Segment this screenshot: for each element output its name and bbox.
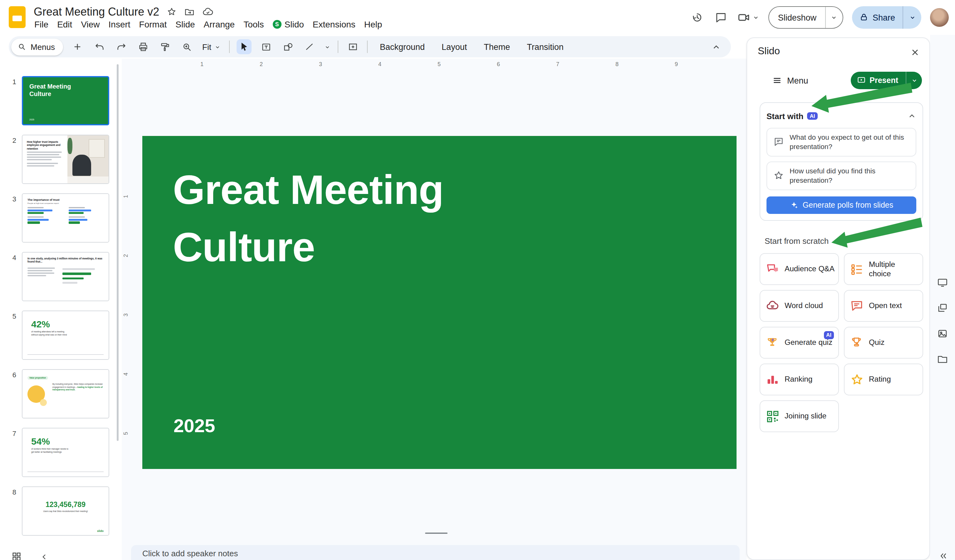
document-title[interactable]: Great Meeting Culture v2: [34, 5, 159, 19]
copies-icon[interactable]: [937, 303, 948, 314]
toolbar-collapse-button[interactable]: [708, 39, 723, 54]
slideshow-button[interactable]: Slideshow: [769, 6, 843, 29]
chevron-up-icon[interactable]: [908, 112, 916, 120]
notes-resize-handle[interactable]: [425, 533, 448, 534]
editing-canvas[interactable]: 1 2 3 4 5 6 7 8 9 1 2 3 4 5 Great Meetin…: [122, 59, 747, 560]
menu-format[interactable]: Format: [135, 18, 171, 31]
option-word-cloud[interactable]: Word cloud: [759, 290, 839, 322]
menu-insert[interactable]: Insert: [104, 18, 135, 31]
present-dropdown[interactable]: [906, 72, 922, 89]
share-button[interactable]: Share: [852, 6, 921, 29]
thumb-caption: of meeting attendees left a meeting with…: [22, 329, 71, 336]
menu-file[interactable]: File: [30, 18, 53, 31]
insert-placeholder-tool[interactable]: [346, 39, 360, 54]
video-camera-icon: [737, 11, 751, 24]
close-icon[interactable]: [908, 45, 922, 59]
open-text-icon: [850, 299, 864, 313]
monitor-icon[interactable]: [937, 277, 948, 288]
share-dropdown[interactable]: [903, 6, 921, 29]
menu-slido[interactable]: SSlido: [268, 18, 308, 31]
slide-thumbnail-5[interactable]: 42% of meeting attendees left a meeting …: [22, 310, 109, 360]
toolbar: Menus Fit Background Layout Theme Transi…: [9, 36, 731, 58]
hide-side-panel-icon[interactable]: [939, 551, 948, 560]
undo-button[interactable]: [92, 39, 107, 54]
speaker-notes-input[interactable]: Click to add speaker notes: [131, 545, 740, 560]
print-button[interactable]: [135, 39, 150, 54]
redo-button[interactable]: [114, 39, 128, 54]
menu-view[interactable]: View: [77, 18, 104, 31]
option-multiple-choice[interactable]: Multiple choice: [844, 253, 923, 285]
select-tool[interactable]: [237, 39, 252, 54]
text-box-tool[interactable]: [259, 39, 274, 54]
top-bar: Great Meeting Culture v2 File Edit View …: [0, 0, 955, 35]
slideshow-dropdown[interactable]: [825, 7, 843, 28]
slide-thumbnail-8[interactable]: 123,456,789 Users say that Slido revolut…: [22, 487, 109, 536]
slide-year-text[interactable]: 2025: [174, 415, 215, 437]
option-audience-qa[interactable]: Audience Q&A: [759, 253, 839, 285]
option-joining-slide[interactable]: Joining slide: [759, 400, 839, 432]
thumb-bar-chart: [63, 266, 103, 284]
line-tool-dropdown[interactable]: [324, 43, 331, 50]
background-button[interactable]: Background: [375, 40, 430, 54]
folder-icon[interactable]: [937, 354, 948, 365]
move-folder-icon[interactable]: [184, 6, 195, 17]
option-rating[interactable]: Rating: [844, 363, 923, 395]
hamburger-icon: [772, 75, 782, 86]
option-open-text[interactable]: Open text: [844, 290, 923, 322]
star-icon[interactable]: [167, 7, 177, 17]
thumb-stat: 54%: [22, 428, 109, 446]
slido-panel: Slido Menu Present Start with AI What do…: [747, 37, 930, 560]
current-slide[interactable]: Great Meeting Culture 2025: [142, 136, 737, 469]
thumb-caption: Users say that Slido revolutionized thei…: [22, 508, 109, 513]
meet-present-control[interactable]: [737, 11, 760, 24]
slido-menu-button[interactable]: Menu: [772, 75, 808, 86]
slide-thumbnail-4[interactable]: In one study, analysing 3 million minute…: [22, 252, 109, 301]
grid-view-button[interactable]: [11, 551, 22, 560]
slide-thumbnail-2[interactable]: How higher trust impacts employee engage…: [22, 135, 109, 184]
thumb-photo: [67, 135, 109, 184]
slides-logo-icon[interactable]: [9, 6, 26, 28]
paint-format-button[interactable]: [157, 39, 172, 54]
present-button[interactable]: Present: [851, 72, 906, 89]
slide-thumbnail-7[interactable]: 54% of workers think their manager needs…: [22, 428, 109, 477]
zoom-select[interactable]: Fit: [201, 42, 222, 51]
toolbar-divider: [229, 41, 230, 53]
account-avatar[interactable]: [930, 8, 949, 27]
menu-edit[interactable]: Edit: [53, 18, 77, 31]
slide-number: 1: [6, 78, 16, 86]
menu-bar: File Edit View Insert Format Slide Arran…: [30, 18, 387, 31]
slide-thumbnail-1[interactable]: Great Meeting Culture 2025: [22, 76, 109, 125]
generate-polls-button[interactable]: Generate polls from slides: [767, 196, 916, 214]
slide-title-text[interactable]: Great Meeting Culture: [173, 161, 443, 276]
menu-extensions[interactable]: Extensions: [308, 18, 360, 31]
line-tool[interactable]: [302, 39, 318, 54]
option-generate-quiz[interactable]: Generate quiz AI: [759, 327, 839, 359]
ai-suggestion-card-1[interactable]: What do you expect to get out of this pr…: [767, 128, 916, 156]
theme-button[interactable]: Theme: [479, 40, 515, 54]
side-panel-strip: [930, 35, 955, 560]
ai-suggestion-card-2[interactable]: How useful did you find this presentatio…: [767, 162, 916, 190]
option-quiz[interactable]: Quiz: [844, 327, 923, 359]
layout-button[interactable]: Layout: [437, 40, 472, 54]
transition-button[interactable]: Transition: [522, 40, 568, 54]
menus-search-button[interactable]: Menus: [11, 38, 63, 55]
image-icon[interactable]: [937, 328, 948, 339]
option-ranking[interactable]: Ranking: [759, 363, 839, 395]
slide-number: 8: [6, 488, 16, 496]
menu-help[interactable]: Help: [360, 18, 387, 31]
zoom-button[interactable]: [179, 39, 194, 54]
menu-slide[interactable]: Slide: [171, 18, 199, 31]
thumb-subheading: People at high-trust companies report:: [22, 201, 109, 204]
collapse-filmstrip-button[interactable]: [40, 552, 49, 560]
version-history-icon[interactable]: [690, 10, 705, 25]
slide-thumbnail-6[interactable]: Value proposition By including everyone,…: [22, 369, 109, 418]
chevron-down-icon: [753, 14, 760, 21]
comments-icon[interactable]: [714, 10, 729, 25]
new-slide-button[interactable]: [70, 39, 85, 54]
menu-tools[interactable]: Tools: [239, 18, 268, 31]
shape-tool[interactable]: [280, 39, 296, 54]
thumb-bar-charts: [22, 204, 109, 223]
cloud-status-icon[interactable]: [202, 6, 213, 17]
slide-thumbnail-3[interactable]: The importance of trust People at high-t…: [22, 193, 109, 243]
menu-arrange[interactable]: Arrange: [199, 18, 240, 31]
